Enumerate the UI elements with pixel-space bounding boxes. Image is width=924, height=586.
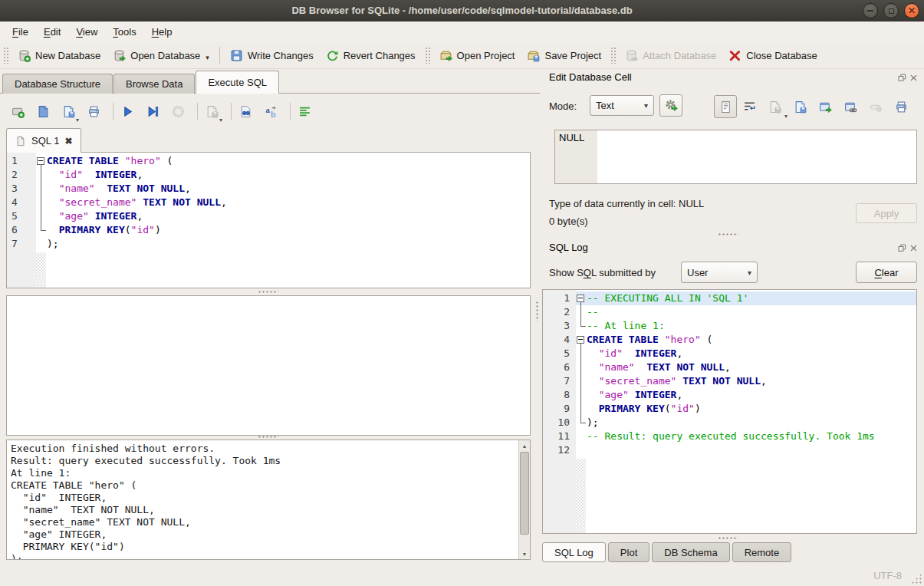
maximize-button[interactable]	[883, 3, 899, 18]
toolbar-separator	[231, 103, 232, 120]
new-database-button[interactable]: New Database	[12, 46, 107, 65]
sql-log-filter-select[interactable]: User ▾	[681, 262, 758, 283]
encoding-status: UTF-8	[873, 570, 902, 581]
execute-current-line-button[interactable]	[143, 101, 163, 122]
cell-editor-toolbar: ▾	[714, 95, 914, 118]
format-sql-button[interactable]	[294, 101, 315, 122]
toolbar-grip[interactable]	[3, 47, 8, 64]
word-wrap-button[interactable]	[737, 95, 762, 118]
scrollbar-thumb[interactable]	[520, 452, 529, 535]
clear-log-button[interactable]: Clear	[856, 262, 917, 283]
undock-icon[interactable]	[898, 73, 906, 81]
close-button[interactable]: ✕	[904, 3, 919, 18]
attach-database-button[interactable]: Attach Database	[619, 46, 722, 65]
save-results-button[interactable]: ▾	[202, 101, 222, 122]
open-database-button[interactable]: Open Database▾	[107, 46, 215, 65]
fold-marker-line	[36, 182, 47, 196]
close-dock-icon[interactable]	[909, 243, 918, 252]
mode-label: Mode:	[549, 100, 577, 112]
dock-tab-plot[interactable]: Plot	[608, 542, 649, 562]
find-button[interactable]	[235, 101, 256, 122]
vertical-panel-splitter[interactable]	[535, 301, 540, 321]
auto-apply-button[interactable]	[659, 94, 682, 117]
chevron-down-icon: ▾	[644, 101, 648, 110]
new-sql-tab-icon	[12, 105, 25, 118]
new-sql-tab-button[interactable]	[8, 101, 28, 122]
toolbar-grip[interactable]	[425, 47, 430, 64]
open-database-label: Open Database	[130, 50, 200, 61]
sql-code-editor[interactable]: 1CREATE TABLE "hero" (2 "id" INTEGER,3 "…	[6, 152, 531, 288]
query-results-pane[interactable]	[6, 295, 531, 436]
fold-marker-open[interactable]	[36, 154, 47, 168]
menu-edit[interactable]: Edit	[36, 23, 68, 41]
open-external-button[interactable]	[813, 95, 838, 118]
dock-tab-db-schema[interactable]: DB Schema	[652, 542, 729, 562]
editor-results-splitter[interactable]	[258, 290, 278, 295]
open-project-button[interactable]: Open Project	[433, 46, 521, 65]
sql-file-tab-label: SQL 1	[31, 135, 59, 146]
toolbar-separator	[219, 47, 220, 64]
tab-execute-sql[interactable]: Execute SQL	[196, 71, 279, 94]
write-changes-button[interactable]: Write Changes	[224, 46, 320, 65]
text-mode-button[interactable]	[714, 95, 737, 118]
stop-execution-button[interactable]	[168, 101, 189, 122]
main-tab-bar: Database StructureBrowse DataExecute SQL	[2, 71, 279, 94]
log-line: "age" INTEGER,	[11, 528, 518, 541]
dock-tab-sql-log[interactable]: SQL Log	[542, 542, 606, 562]
collapse-icon[interactable]	[577, 336, 584, 344]
cell-value-editor[interactable]: NULL	[554, 130, 917, 184]
stop-execution-icon	[172, 105, 185, 118]
log-line: At line 1:	[11, 467, 518, 479]
set-null-button[interactable]	[863, 95, 889, 118]
cell-log-splitter[interactable]	[718, 232, 738, 237]
close-database-button[interactable]: Close Database	[722, 46, 824, 65]
sql-log-filter-value: User	[687, 267, 708, 278]
line-number: 9	[543, 402, 576, 416]
line-number: 1	[7, 154, 36, 168]
log-tabs-splitter[interactable]	[718, 536, 738, 541]
import-cell-data-button[interactable]: ▾	[762, 95, 788, 118]
tab-database-structure[interactable]: Database Structure	[2, 74, 113, 94]
open-sql-file-button[interactable]	[33, 101, 54, 122]
fold-marker-open[interactable]	[576, 333, 587, 347]
undock-icon[interactable]	[898, 243, 906, 252]
code-text: "secret_name" TEXT NOT NULL,	[587, 374, 916, 388]
cell-type-info: Type of data currently in cell: NULL	[549, 198, 704, 209]
fold-marker-open[interactable]	[576, 291, 587, 305]
menu-view[interactable]: View	[68, 23, 105, 41]
export-cell-data-button[interactable]	[788, 95, 813, 118]
scroll-down-icon[interactable]: ▼	[519, 548, 530, 559]
title-bar[interactable]: DB Browser for SQLite - /home/user/code/…	[0, 0, 924, 21]
code-line-5: 5 "age" INTEGER,	[7, 209, 530, 223]
collapse-icon[interactable]	[37, 157, 44, 165]
resize-grip[interactable]	[911, 573, 922, 584]
execution-status-pane[interactable]: Execution finished without errors.Result…	[6, 440, 531, 560]
minimize-button[interactable]	[863, 3, 878, 18]
sql-file-tab[interactable]: SQL 1 ✖	[6, 128, 81, 153]
print-sql-button[interactable]	[84, 101, 104, 122]
execute-all-button[interactable]	[117, 101, 138, 122]
save-sql-file-button[interactable]: ▾	[58, 101, 79, 122]
sql-log-view[interactable]: 1-- EXECUTING ALL IN 'SQL 1'2--3-- At li…	[542, 289, 917, 534]
apply-button[interactable]: Apply	[856, 203, 917, 223]
print-cell-button[interactable]	[889, 95, 914, 118]
toolbar-grip[interactable]	[610, 47, 616, 64]
scrollbar[interactable]: ▲ ▼	[518, 440, 530, 559]
revert-changes-button[interactable]: Revert Changes	[320, 46, 422, 65]
collapse-icon[interactable]	[577, 295, 584, 302]
close-sql-tab-icon[interactable]: ✖	[64, 136, 72, 146]
fold-marker-line	[576, 402, 587, 416]
find-replace-button[interactable]: ab	[261, 101, 281, 122]
copy-cell-link-button[interactable]	[838, 95, 863, 118]
menu-help[interactable]: Help	[144, 23, 180, 41]
save-project-button[interactable]: Save Project	[521, 46, 607, 65]
menu-file[interactable]: File	[5, 23, 36, 41]
tab-browse-data[interactable]: Browse Data	[113, 74, 195, 94]
dock-tab-remote[interactable]: Remote	[732, 542, 792, 562]
code-text: CREATE TABLE "hero" (	[587, 333, 916, 347]
code-line-3: 3 "name" TEXT NOT NULL,	[7, 182, 530, 196]
cell-mode-select[interactable]: Text ▾	[590, 95, 654, 116]
scroll-up-icon[interactable]: ▲	[519, 440, 530, 451]
menu-tools[interactable]: Tools	[105, 23, 143, 41]
close-dock-icon[interactable]	[909, 73, 918, 81]
